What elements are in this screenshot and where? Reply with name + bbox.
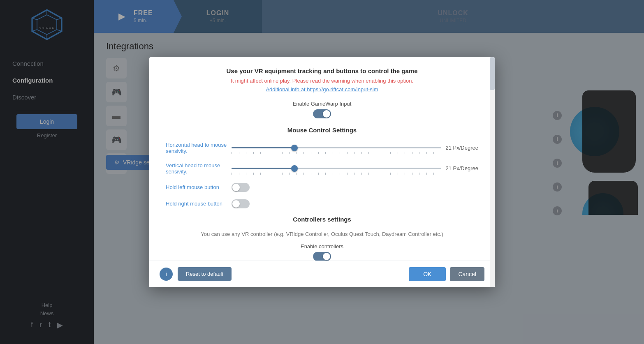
enable-controllers-label: Enable controllers	[301, 243, 343, 249]
vertical-slider-row: Vertical head to mouse sensivity. 21 Px/…	[166, 162, 478, 175]
vertical-slider-track	[232, 168, 441, 169]
horizontal-slider-value: 21 Px/Degree	[441, 145, 478, 151]
controllers-section: Controllers settings You can use any VR …	[166, 216, 478, 261]
vertical-slider-wrap[interactable]	[232, 162, 441, 175]
vertical-slider-label: Vertical head to mouse sensivity.	[166, 162, 232, 175]
horizontal-slider-wrap[interactable]	[232, 142, 441, 154]
dialog-warning: It might affect online play. Please read…	[166, 78, 478, 84]
mouse-section-title: Mouse Control Settings	[166, 127, 478, 134]
hold-right-label: Hold right mouse button	[166, 201, 232, 207]
hold-right-toggle-knob	[232, 200, 240, 208]
modal-overlay: Use your VR equipment tracking and butto…	[0, 0, 644, 344]
dialog-link[interactable]: Additional info at https://go.riftcat.co…	[166, 86, 478, 92]
hold-right-row: Hold right mouse button	[166, 199, 478, 208]
hold-left-toggle[interactable]	[232, 183, 250, 192]
horizontal-slider-label: Horizontal head to mouse sensivity.	[166, 142, 232, 154]
footer-right: OK Cancel	[409, 267, 484, 281]
dialog-title: Use your VR equipment tracking and butto…	[166, 67, 478, 74]
hold-left-label: Hold left mouse button	[166, 184, 232, 190]
dialog-scrollable[interactable]: Use your VR equipment tracking and butto…	[149, 57, 495, 261]
horizontal-slider-fill	[232, 147, 294, 148]
vertical-slider-value: 21 Px/Degree	[441, 165, 478, 171]
controllers-desc: You can use any VR controller (e.g. VRid…	[166, 231, 478, 237]
hold-left-toggle-knob	[232, 184, 240, 191]
info-icon: i	[165, 271, 167, 277]
scrollbar-thumb[interactable]	[490, 57, 495, 90]
enable-controllers-knob	[323, 253, 330, 260]
ok-button[interactable]: OK	[409, 267, 446, 281]
dialog: Use your VR equipment tracking and butto…	[149, 57, 495, 287]
cancel-button[interactable]: Cancel	[450, 267, 484, 281]
horizontal-slider-row: Horizontal head to mouse sensivity. 21 P…	[166, 142, 478, 154]
hold-left-row: Hold left mouse button	[166, 183, 478, 192]
gamewarp-label: Enable GameWarp Input	[293, 101, 352, 107]
info-button[interactable]: i	[160, 268, 173, 281]
horizontal-slider-thumb[interactable]	[291, 145, 298, 151]
footer-left: i Reset to default	[160, 267, 232, 281]
controllers-section-title: Controllers settings	[166, 216, 478, 223]
vertical-slider-ticks	[232, 173, 441, 175]
vertical-slider-fill	[232, 168, 294, 169]
scrollbar[interactable]	[490, 57, 495, 261]
horizontal-slider-ticks	[232, 152, 441, 154]
gamewarp-toggle[interactable]	[313, 109, 331, 118]
gamewarp-toggle-row: Enable GameWarp Input	[166, 101, 478, 118]
dialog-footer: i Reset to default OK Cancel	[149, 261, 495, 287]
enable-controllers-toggle[interactable]	[313, 252, 331, 261]
enable-controllers-row: Enable controllers	[166, 243, 478, 261]
horizontal-slider-track	[232, 147, 441, 148]
gamewarp-toggle-knob	[323, 110, 330, 118]
vertical-slider-thumb[interactable]	[291, 165, 298, 172]
reset-button[interactable]: Reset to default	[178, 267, 232, 281]
hold-right-toggle[interactable]	[232, 199, 250, 208]
